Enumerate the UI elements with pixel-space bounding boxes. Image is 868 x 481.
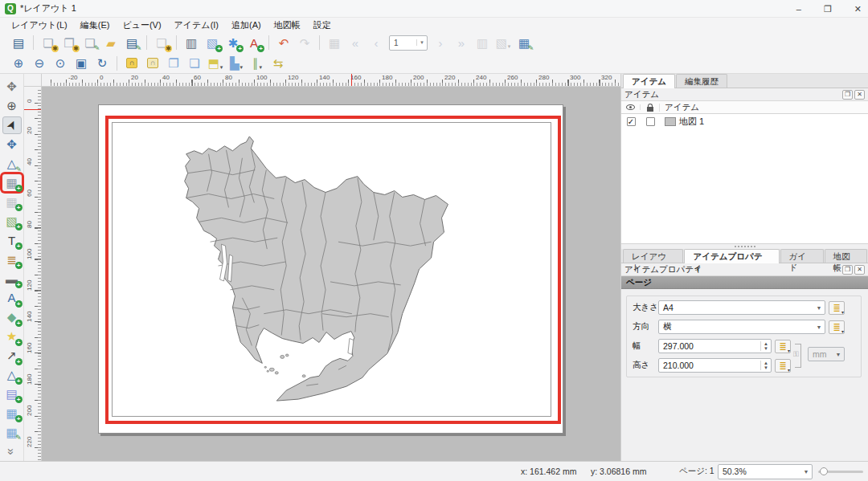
ruler-label: 280 bbox=[538, 74, 549, 81]
add-map-tool[interactable]: ▦+ bbox=[2, 174, 22, 192]
save-template-button[interactable]: ▤✎ bbox=[122, 34, 141, 51]
add-arrow-tool[interactable]: ↗+ bbox=[2, 347, 22, 365]
add-shape-tool[interactable]: ◆+ bbox=[2, 308, 22, 326]
layout-manager-button[interactable]: ❏✎ bbox=[80, 34, 100, 51]
new-layout-button[interactable]: ❏✱ bbox=[39, 34, 58, 51]
menu-add[interactable]: 追加(A) bbox=[225, 18, 268, 33]
zoom-actual-button[interactable]: ⊙ bbox=[51, 55, 70, 72]
zoom-in-button[interactable]: ⊕ bbox=[9, 55, 28, 72]
refresh-view-button[interactable]: ↻ bbox=[92, 55, 112, 72]
redo-button[interactable]: ↷ bbox=[295, 34, 314, 51]
undo-button[interactable]: ↶ bbox=[274, 34, 293, 51]
align-items-button[interactable]: ▙▾ bbox=[227, 55, 246, 72]
zoom-out-button[interactable]: ⊖ bbox=[30, 55, 49, 72]
unlock-ratio-icon[interactable]: ⚿ bbox=[793, 350, 799, 359]
items-panel-close-button[interactable]: ✕ bbox=[854, 90, 865, 100]
add-legend-tool[interactable]: ≣+ bbox=[2, 251, 22, 268]
atlas-first-feature-button[interactable]: « bbox=[346, 34, 365, 51]
width-data-defined-override-button[interactable]: ≣ bbox=[775, 340, 791, 353]
menu-settings[interactable]: 設定 bbox=[307, 18, 338, 33]
pan-layout-tool[interactable]: ✥ bbox=[2, 78, 22, 96]
close-button[interactable]: ✕ bbox=[854, 4, 862, 14]
zoom-full-button[interactable]: ▣ bbox=[72, 55, 91, 72]
menu-layout[interactable]: レイアウト(L) bbox=[5, 18, 74, 33]
properties-panel-close-button[interactable]: ✕ bbox=[854, 265, 865, 275]
size-data-defined-override-button[interactable]: ≣ bbox=[829, 301, 845, 315]
export-atlas-button[interactable]: ▧▾ bbox=[493, 34, 513, 51]
add-html-frame-tool[interactable]: ▤+ bbox=[2, 385, 22, 403]
map-item-row[interactable]: ✓ 地図 1 bbox=[621, 114, 868, 128]
menu-view[interactable]: ビュー(V) bbox=[116, 18, 167, 33]
add-label-tool[interactable]: T+ bbox=[2, 231, 22, 249]
orientation-data-defined-override-button[interactable]: ≣ bbox=[829, 320, 845, 334]
tab-undo-history[interactable]: 編集履歴 bbox=[676, 74, 727, 88]
orientation-combo[interactable]: 横▼ bbox=[658, 320, 825, 334]
add-picture-tool[interactable]: ▧+ bbox=[2, 212, 22, 230]
add-pages-button[interactable]: ❏✱ bbox=[152, 34, 171, 51]
tab-atlas-props[interactable]: 地図帳 bbox=[825, 249, 867, 263]
chevron-down-icon: ▼ bbox=[833, 352, 844, 357]
height-data-defined-override-button[interactable]: ≣ bbox=[775, 359, 791, 373]
raise-items-button[interactable]: ⬒▾ bbox=[206, 55, 225, 72]
restore-button[interactable]: ❐ bbox=[824, 4, 832, 14]
select-move-item-tool[interactable]: ➤ bbox=[2, 116, 22, 134]
resize-items-button[interactable]: ⇆ bbox=[268, 55, 288, 72]
export-pdf-button[interactable]: A+ bbox=[244, 34, 264, 51]
add-fixed-table-tool[interactable]: ▦✎ bbox=[2, 423, 22, 441]
atlas-next-feature-button[interactable]: › bbox=[431, 34, 450, 51]
properties-panel-float-button[interactable]: ❐ bbox=[842, 265, 853, 275]
page-width-spinbox[interactable]: 297.000 ▲▼ bbox=[658, 339, 772, 353]
atlas-page-number-combo[interactable]: 1▾ bbox=[389, 35, 428, 51]
tab-items[interactable]: アイテム bbox=[623, 74, 675, 88]
add-marker-tool[interactable]: ★+ bbox=[2, 328, 22, 345]
minimize-button[interactable]: – bbox=[796, 4, 801, 14]
layout-page[interactable] bbox=[98, 104, 563, 434]
add-node-item-tool[interactable]: △+ bbox=[2, 366, 22, 384]
atlas-last-feature-button[interactable]: » bbox=[452, 34, 471, 51]
ungroup-items-button[interactable]: ❏ bbox=[185, 55, 204, 72]
atlas-settings-button[interactable]: ▦✎ bbox=[514, 34, 534, 51]
zoom-level-combo[interactable]: 50.3%▼ bbox=[718, 464, 813, 479]
add-attribute-table-tool[interactable]: ▦+ bbox=[2, 404, 22, 422]
canvas-viewport[interactable] bbox=[42, 87, 620, 461]
tab-guides[interactable]: ガイド bbox=[780, 249, 824, 263]
tab-item-properties[interactable]: アイテムプロパティ bbox=[684, 249, 779, 263]
spinner-arrows[interactable]: ▲▼ bbox=[760, 341, 771, 351]
menu-item[interactable]: アイテム(I) bbox=[168, 18, 225, 33]
item-locked-checkbox[interactable] bbox=[646, 117, 655, 126]
menu-edit[interactable]: 編集(E) bbox=[74, 18, 117, 33]
group-items-button[interactable]: ❐ bbox=[164, 55, 183, 72]
duplicate-layout-button[interactable]: ❐✱ bbox=[59, 34, 79, 51]
page-height-spinbox[interactable]: 210.000 ▲▼ bbox=[658, 358, 772, 373]
menu-atlas[interactable]: 地図帳 bbox=[268, 18, 307, 33]
export-svg-button[interactable]: ✱+ bbox=[223, 34, 243, 51]
atlas-prev-feature-button[interactable]: ‹ bbox=[366, 34, 386, 51]
edit-nodes-item-tool[interactable]: △✎ bbox=[2, 155, 22, 173]
page-size-combo[interactable]: A4▼ bbox=[658, 300, 825, 315]
zoom-slider-handle[interactable] bbox=[820, 467, 828, 475]
unlock-items-button[interactable]: ∩ bbox=[143, 55, 162, 72]
distribute-items-button[interactable]: ∥▾ bbox=[248, 55, 267, 72]
atlas-preview-button[interactable]: ▦ bbox=[325, 34, 344, 51]
zoom-slider[interactable] bbox=[818, 464, 863, 479]
unit-combo[interactable]: mm▼ bbox=[808, 347, 845, 361]
add-3d-map-tool[interactable]: ▦+ bbox=[2, 193, 22, 210]
pencil-badge-icon: ✎ bbox=[527, 45, 534, 52]
print-atlas-button[interactable]: ▥ bbox=[473, 34, 492, 51]
load-template-icon: ▰ bbox=[106, 37, 116, 49]
page-section-header[interactable]: ページ bbox=[621, 276, 868, 289]
add-north-arrow-tool[interactable]: A+ bbox=[2, 289, 22, 307]
move-item-content-tool[interactable]: ✥ bbox=[2, 136, 22, 153]
load-template-button[interactable]: ▰ bbox=[101, 34, 121, 51]
zoom-tool[interactable]: ⊕ bbox=[2, 97, 22, 115]
item-visible-checkbox[interactable]: ✓ bbox=[627, 117, 636, 126]
add-scalebar-tool[interactable]: ▬+ bbox=[2, 270, 22, 287]
tab-layout[interactable]: レイアウト bbox=[623, 249, 683, 263]
export-image-button[interactable]: ▧+ bbox=[203, 34, 222, 51]
print-button[interactable]: ▥ bbox=[182, 34, 201, 51]
more-tools-chevron[interactable]: » bbox=[2, 442, 22, 460]
spinner-arrows[interactable]: ▲▼ bbox=[760, 361, 771, 370]
save-project-button[interactable]: ▤ bbox=[9, 34, 28, 51]
items-panel-float-button[interactable]: ❐ bbox=[842, 90, 853, 100]
lock-items-button[interactable]: ∩ bbox=[122, 55, 141, 72]
